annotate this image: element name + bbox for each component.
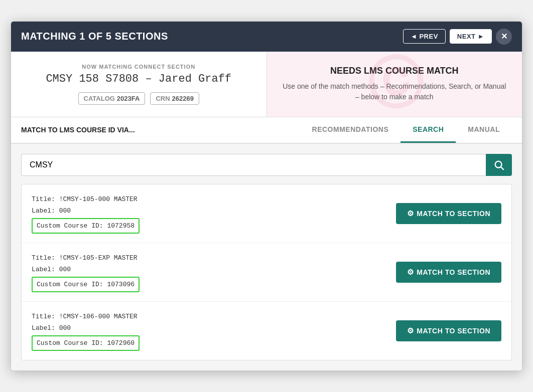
result-info-2: Title: !CMSY-105-EXP MASTER Label: 000 C… — [32, 252, 140, 292]
tab-manual[interactable]: MANUAL — [456, 117, 512, 143]
results-list: Title: !CMSY-105-000 MASTER Label: 000 C… — [21, 184, 512, 361]
result-item: Title: !CMSY-105-EXP MASTER Label: 000 C… — [22, 243, 511, 302]
match-via-label: MATCH TO LMS COURSE ID VIA... — [21, 118, 300, 142]
match-icon-1: ⚙ — [407, 209, 414, 218]
catalog-value: 2023FA — [117, 95, 140, 102]
result-custom-id-2: Custom Course ID: 1073096 — [32, 277, 140, 292]
result-info-3: Title: !CMSY-106-000 MASTER Label: 000 C… — [32, 311, 140, 351]
modal-body: Title: !CMSY-105-000 MASTER Label: 000 C… — [11, 144, 522, 371]
result-custom-id-1: Custom Course ID: 1072958 — [32, 218, 140, 234]
result-item: Title: !CMSY-106-000 MASTER Label: 000 C… — [22, 302, 511, 360]
tabs-bar: MATCH TO LMS COURSE ID VIA... RECOMMENDA… — [11, 117, 522, 144]
result-title-2: Title: !CMSY-105-EXP MASTER — [32, 252, 140, 264]
close-button[interactable]: ✕ — [496, 29, 512, 45]
result-title-1: Title: !CMSY-105-000 MASTER — [32, 193, 140, 205]
top-section: NOW MATCHING CONNECT SECTION CMSY 158 S7… — [11, 52, 522, 117]
match-to-section-button-2[interactable]: ⚙ MATCH TO SECTION — [396, 262, 501, 283]
header-actions: ◄ PREV NEXT ► ✕ — [403, 29, 512, 45]
match-to-section-button-1[interactable]: ⚙ MATCH TO SECTION — [396, 203, 501, 224]
section-name: CMSY 158 S7808 – Jared Graff — [25, 73, 252, 85]
matching-modal: MATCHING 1 OF 5 SECTIONS ◄ PREV NEXT ► ✕… — [11, 21, 522, 371]
crn-badge: CRN262269 — [150, 92, 199, 105]
svg-line-1 — [501, 167, 503, 169]
needs-match-title: NEEDS LMS COURSE MATCH — [330, 66, 459, 76]
catalog-badge: CATALOG2023FA — [78, 92, 146, 105]
prev-button[interactable]: ◄ PREV — [403, 29, 446, 44]
crn-value: 262269 — [172, 95, 194, 102]
match-icon-2: ⚙ — [407, 268, 414, 277]
result-info-1: Title: !CMSY-105-000 MASTER Label: 000 C… — [32, 193, 140, 234]
modal-title: MATCHING 1 OF 5 SECTIONS — [21, 31, 168, 42]
badges: CATALOG2023FA CRN262269 — [25, 92, 252, 105]
match-icon-3: ⚙ — [407, 326, 414, 335]
search-bar — [21, 154, 512, 176]
now-matching-label: NOW MATCHING CONNECT SECTION — [25, 64, 252, 70]
crn-label: CRN — [156, 95, 170, 102]
tab-search[interactable]: SEARCH — [401, 117, 456, 143]
result-item: Title: !CMSY-105-000 MASTER Label: 000 C… — [22, 184, 511, 243]
tab-recommendations[interactable]: RECOMMENDATIONS — [300, 117, 401, 143]
search-input[interactable] — [21, 154, 486, 176]
next-button[interactable]: NEXT ► — [450, 29, 492, 44]
section-info: NOW MATCHING CONNECT SECTION CMSY 158 S7… — [11, 52, 267, 117]
needs-match-description: Use one of the match methods – Recommend… — [281, 81, 508, 102]
result-title-3: Title: !CMSY-106-000 MASTER — [32, 311, 140, 322]
catalog-label: CATALOG — [84, 95, 115, 102]
match-to-section-button-3[interactable]: ⚙ MATCH TO SECTION — [396, 320, 501, 341]
result-label-3: Label: 000 — [32, 322, 140, 334]
search-button[interactable] — [486, 154, 512, 176]
result-label-2: Label: 000 — [32, 264, 140, 275]
result-custom-id-3: Custom Course ID: 1072960 — [32, 335, 140, 351]
result-label-1: Label: 000 — [32, 205, 140, 217]
needs-match-panel: ⓒ NEEDS LMS COURSE MATCH Use one of the … — [267, 52, 522, 117]
tabs: RECOMMENDATIONS SEARCH MANUAL — [300, 117, 512, 143]
modal-header: MATCHING 1 OF 5 SECTIONS ◄ PREV NEXT ► ✕ — [11, 22, 522, 52]
search-icon — [493, 159, 504, 170]
